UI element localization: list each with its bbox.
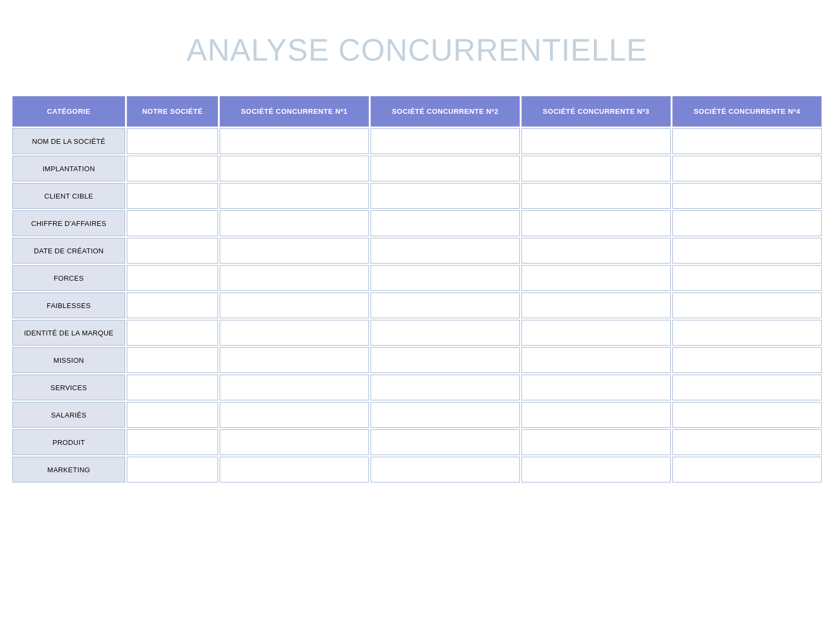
cell-comp3[interactable] — [521, 292, 671, 318]
row-label: FAIBLESSES — [12, 292, 125, 318]
col-header-category: CATÉGORIE — [12, 96, 125, 127]
table-row: DATE DE CRÉATION — [12, 238, 822, 264]
cell-comp4[interactable] — [672, 128, 822, 154]
cell-comp4[interactable] — [672, 292, 822, 318]
cell-comp2[interactable] — [371, 292, 520, 318]
cell-comp3[interactable] — [521, 265, 671, 291]
cell-comp1[interactable] — [220, 210, 369, 236]
cell-comp4[interactable] — [672, 265, 822, 291]
cell-comp4[interactable] — [672, 210, 822, 236]
cell-comp2[interactable] — [371, 238, 520, 264]
cell-comp1[interactable] — [220, 457, 369, 482]
page-title: ANALYSE CONCURRENTIELLE — [11, 32, 823, 68]
cell-comp2[interactable] — [371, 402, 520, 428]
table-row: SERVICES — [12, 375, 822, 400]
cell-comp1[interactable] — [220, 265, 369, 291]
col-header-competitor-1: SOCIÉTÉ CONCURRENTE Nº1 — [220, 96, 369, 127]
table-body: NOM DE LA SOCIÉTÉIMPLANTATIONCLIENT CIBL… — [12, 128, 822, 482]
table-row: CHIFFRE D'AFFAIRES — [12, 210, 822, 236]
cell-comp2[interactable] — [371, 375, 520, 400]
row-label: CHIFFRE D'AFFAIRES — [12, 210, 125, 236]
cell-comp3[interactable] — [521, 320, 671, 346]
row-label: SERVICES — [12, 375, 125, 400]
cell-ours[interactable] — [127, 429, 218, 455]
cell-comp3[interactable] — [521, 402, 671, 428]
cell-comp4[interactable] — [672, 347, 822, 373]
cell-comp1[interactable] — [220, 375, 369, 400]
cell-comp3[interactable] — [521, 183, 671, 209]
cell-comp3[interactable] — [521, 429, 671, 455]
cell-ours[interactable] — [127, 156, 218, 181]
table-row: FAIBLESSES — [12, 292, 822, 318]
table-row: SALARIÉS — [12, 402, 822, 428]
cell-ours[interactable] — [127, 292, 218, 318]
cell-comp2[interactable] — [371, 265, 520, 291]
cell-comp2[interactable] — [371, 457, 520, 482]
cell-ours[interactable] — [127, 347, 218, 373]
cell-comp3[interactable] — [521, 238, 671, 264]
table-row: CLIENT CIBLE — [12, 183, 822, 209]
row-label: DATE DE CRÉATION — [12, 238, 125, 264]
table-row: MISSION — [12, 347, 822, 373]
table-row: NOM DE LA SOCIÉTÉ — [12, 128, 822, 154]
cell-comp2[interactable] — [371, 156, 520, 181]
cell-comp4[interactable] — [672, 320, 822, 346]
row-label: SALARIÉS — [12, 402, 125, 428]
document-page: ANALYSE CONCURRENTIELLE CATÉGORIE NOTRE … — [0, 0, 834, 506]
competitive-analysis-table: CATÉGORIE NOTRE SOCIÉTÉ SOCIÉTÉ CONCURRE… — [11, 94, 823, 484]
table-header-row: CATÉGORIE NOTRE SOCIÉTÉ SOCIÉTÉ CONCURRE… — [12, 96, 822, 127]
cell-comp1[interactable] — [220, 320, 369, 346]
cell-comp1[interactable] — [220, 402, 369, 428]
cell-comp4[interactable] — [672, 183, 822, 209]
cell-comp2[interactable] — [371, 128, 520, 154]
cell-comp1[interactable] — [220, 429, 369, 455]
cell-comp2[interactable] — [371, 320, 520, 346]
cell-comp3[interactable] — [521, 128, 671, 154]
row-label: IDENTITÉ DE LA MARQUE — [12, 320, 125, 346]
cell-comp4[interactable] — [672, 238, 822, 264]
cell-comp4[interactable] — [672, 375, 822, 400]
cell-comp4[interactable] — [672, 457, 822, 482]
row-label: NOM DE LA SOCIÉTÉ — [12, 128, 125, 154]
cell-comp2[interactable] — [371, 347, 520, 373]
cell-comp3[interactable] — [521, 347, 671, 373]
row-label: PRODUIT — [12, 429, 125, 455]
cell-comp1[interactable] — [220, 347, 369, 373]
cell-ours[interactable] — [127, 265, 218, 291]
cell-comp3[interactable] — [521, 457, 671, 482]
competitive-analysis-table-wrap: CATÉGORIE NOTRE SOCIÉTÉ SOCIÉTÉ CONCURRE… — [11, 94, 823, 484]
cell-ours[interactable] — [127, 375, 218, 400]
col-header-competitor-2: SOCIÉTÉ CONCURRENTE Nº2 — [371, 96, 520, 127]
table-row: PRODUIT — [12, 429, 822, 455]
col-header-competitor-4: SOCIÉTÉ CONCURRENTE Nº4 — [672, 96, 822, 127]
cell-comp2[interactable] — [371, 183, 520, 209]
cell-ours[interactable] — [127, 210, 218, 236]
cell-comp1[interactable] — [220, 292, 369, 318]
cell-comp2[interactable] — [371, 429, 520, 455]
cell-ours[interactable] — [127, 128, 218, 154]
cell-ours[interactable] — [127, 402, 218, 428]
table-row: IMPLANTATION — [12, 156, 822, 181]
cell-comp1[interactable] — [220, 156, 369, 181]
row-label: IMPLANTATION — [12, 156, 125, 181]
cell-comp3[interactable] — [521, 375, 671, 400]
table-row: IDENTITÉ DE LA MARQUE — [12, 320, 822, 346]
cell-comp3[interactable] — [521, 156, 671, 181]
table-row: MARKETING — [12, 457, 822, 482]
cell-comp1[interactable] — [220, 128, 369, 154]
cell-ours[interactable] — [127, 320, 218, 346]
cell-comp4[interactable] — [672, 402, 822, 428]
cell-comp4[interactable] — [672, 156, 822, 181]
row-label: FORCES — [12, 265, 125, 291]
cell-comp4[interactable] — [672, 429, 822, 455]
cell-ours[interactable] — [127, 457, 218, 482]
cell-comp1[interactable] — [220, 183, 369, 209]
row-label: MISSION — [12, 347, 125, 373]
cell-ours[interactable] — [127, 183, 218, 209]
table-row: FORCES — [12, 265, 822, 291]
cell-comp1[interactable] — [220, 238, 369, 264]
cell-ours[interactable] — [127, 238, 218, 264]
cell-comp3[interactable] — [521, 210, 671, 236]
cell-comp2[interactable] — [371, 210, 520, 236]
row-label: MARKETING — [12, 457, 125, 482]
